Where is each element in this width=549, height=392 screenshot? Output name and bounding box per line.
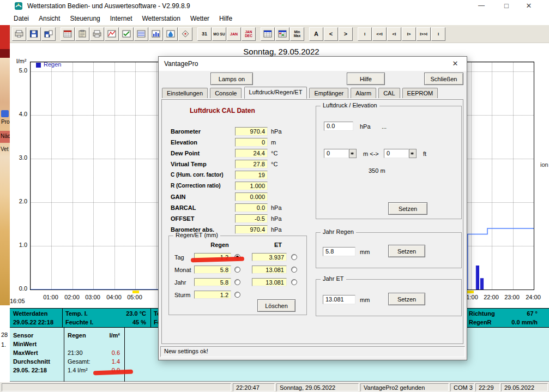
auto-button[interactable]: A bbox=[309, 27, 323, 41]
maximize-button[interactable]: □ bbox=[498, 2, 515, 10]
menu-hilfe[interactable]: Hilfe bbox=[214, 15, 237, 22]
feet-input[interactable]: 0 bbox=[384, 149, 409, 158]
month-view-button[interactable]: JAN bbox=[227, 27, 241, 41]
tab-eeprom[interactable]: EEPROM bbox=[402, 88, 438, 98]
week-view-button[interactable]: MO SU bbox=[212, 27, 226, 41]
elevation-field[interactable]: 0 bbox=[235, 138, 268, 147]
chart-bars-button[interactable] bbox=[149, 27, 163, 41]
dialog-title-bar[interactable]: VantagePro ✕ bbox=[159, 57, 467, 71]
tab-cal[interactable]: CAL bbox=[378, 88, 400, 98]
cal-row-unit: °C bbox=[271, 150, 277, 156]
minimize-button[interactable]: — bbox=[473, 2, 490, 9]
chart-curve-button[interactable] bbox=[105, 27, 119, 41]
year-view-button[interactable]: JAN DEC bbox=[242, 27, 256, 41]
export-button[interactable] bbox=[12, 27, 26, 41]
menu-steuerung[interactable]: Steuerung bbox=[65, 15, 105, 22]
sturm-regen-radio[interactable] bbox=[234, 292, 240, 298]
dialog-schliessen-button[interactable]: Schließen bbox=[424, 73, 463, 85]
nav-first-button[interactable]: I bbox=[358, 27, 372, 41]
status-clock: 22:29 bbox=[475, 383, 500, 391]
correction-ratio-field[interactable]: 1.000 bbox=[235, 182, 268, 190]
tab-luftdruck-regen-et[interactable]: Luftdruck/Regen/ET bbox=[244, 87, 307, 99]
monat-regen-radio[interactable] bbox=[234, 267, 240, 273]
save-report-button[interactable] bbox=[41, 27, 56, 41]
spin-down-icon[interactable] bbox=[351, 153, 354, 156]
menu-internet[interactable]: Internet bbox=[105, 15, 137, 22]
menu-datei[interactable]: Datei bbox=[9, 15, 34, 22]
status-date-long: Sonntag, 29.05.2022 bbox=[276, 383, 359, 391]
jahr-regen-radio[interactable] bbox=[234, 279, 240, 285]
tab-einstellungen[interactable]: Einstellungen bbox=[162, 88, 208, 98]
elevation-setzen-button[interactable]: Setzen bbox=[388, 202, 427, 215]
jahr-regen-input[interactable]: 5.8 bbox=[323, 247, 355, 256]
status-date: 29.05.2022 bbox=[501, 383, 548, 391]
virtual-temp-field[interactable]: 27.8 bbox=[235, 160, 268, 168]
table-colored-button[interactable] bbox=[275, 27, 289, 41]
dialog-help-button[interactable]: Hilfe bbox=[347, 73, 385, 85]
dew-point-field[interactable]: 24.4 bbox=[235, 149, 268, 158]
clipboard-button[interactable] bbox=[75, 27, 89, 41]
x-start-time: 16:05 bbox=[10, 298, 25, 304]
barcal-field[interactable]: 0.0 bbox=[235, 203, 268, 212]
tab-alarm[interactable]: Alarm bbox=[351, 88, 376, 98]
meters-spinner[interactable] bbox=[349, 149, 357, 158]
water-drop-icon bbox=[166, 30, 175, 38]
nav-last-button[interactable]: I bbox=[431, 27, 445, 41]
meters-input[interactable]: 0 bbox=[324, 149, 349, 158]
humidity-button[interactable] bbox=[164, 27, 178, 41]
barometer-abs-field[interactable]: 970.4 bbox=[235, 225, 268, 234]
jahr-regen-setzen-button[interactable]: Setzen bbox=[388, 245, 425, 257]
nav-prev-button[interactable]: <I bbox=[387, 27, 401, 41]
title-bar[interactable]: Wetterstation Bedien- und Auswertesoftwa… bbox=[0, 0, 549, 13]
close-window-button[interactable]: ✕ bbox=[521, 2, 537, 10]
cal-row-unit: m bbox=[271, 139, 276, 146]
monat-et-radio[interactable] bbox=[291, 267, 297, 273]
monat-regen-field[interactable]: 5.8 bbox=[194, 266, 231, 274]
tag-et-radio[interactable] bbox=[291, 254, 297, 260]
day-view-button[interactable]: 31 bbox=[197, 27, 212, 41]
spin-down-icon[interactable] bbox=[411, 153, 414, 156]
loeschen-button[interactable]: Löschen bbox=[257, 299, 295, 312]
minmax-view-button[interactable]: Min Max bbox=[290, 27, 304, 41]
next-button[interactable]: > bbox=[339, 27, 353, 41]
jahr-et-input[interactable]: 13.081 bbox=[323, 295, 355, 304]
nav-next-button[interactable]: I> bbox=[402, 27, 416, 41]
pressure-input[interactable]: 0.0 bbox=[324, 122, 353, 131]
chart-check-button[interactable] bbox=[119, 27, 134, 41]
barometer-field[interactable]: 970.4 bbox=[235, 127, 268, 136]
chart-lines-button[interactable] bbox=[134, 27, 148, 41]
gain-field[interactable]: 0.000 bbox=[235, 192, 268, 201]
sturm-regen-field[interactable]: 1.2 bbox=[194, 291, 231, 299]
taskbar-mini-icon bbox=[1, 110, 9, 117]
calendar-button[interactable] bbox=[61, 27, 75, 41]
offset-field[interactable]: -0.5 bbox=[235, 214, 268, 223]
monat-et-field[interactable]: 13.081 bbox=[252, 266, 287, 274]
nav-fast-next-button[interactable]: I>>I bbox=[417, 27, 431, 41]
jahr-et-radio[interactable] bbox=[291, 279, 297, 285]
table-button[interactable] bbox=[261, 27, 275, 41]
regen-et-group-label: Regen/ET (mm) bbox=[173, 232, 220, 238]
cal-row-label: GAIN bbox=[171, 194, 186, 200]
cal-row-unit: hPa bbox=[271, 204, 282, 211]
compass-button[interactable] bbox=[178, 27, 192, 41]
dialog-tabs: Einstellungen Console Luftdruck/Regen/ET… bbox=[162, 88, 464, 100]
tab-console[interactable]: Console bbox=[210, 88, 242, 98]
print-button[interactable] bbox=[90, 27, 104, 41]
jahr-regen-field[interactable]: 5.8 bbox=[194, 278, 231, 286]
save-button[interactable] bbox=[27, 27, 41, 41]
prev-button[interactable]: < bbox=[324, 27, 338, 41]
feet-spinner[interactable] bbox=[409, 149, 417, 158]
menu-wetter[interactable]: Wetter bbox=[185, 15, 214, 22]
hum-corr-factor-field[interactable]: 19 bbox=[235, 171, 268, 179]
pressure-unit: hPa bbox=[360, 123, 371, 130]
nav-fast-prev-button[interactable]: <<I bbox=[372, 27, 387, 41]
dialog-close-button[interactable]: ✕ bbox=[448, 59, 463, 68]
jahr-et-field[interactable]: 13.081 bbox=[252, 278, 287, 286]
tab-empfaenger[interactable]: Empfänger bbox=[309, 88, 348, 98]
menu-ansicht[interactable]: Ansicht bbox=[34, 15, 65, 22]
sunrise-marker bbox=[132, 291, 139, 293]
tag-et-field[interactable]: 3.937 bbox=[252, 253, 287, 261]
menu-wetterstation[interactable]: Wetterstation bbox=[137, 15, 185, 22]
lamps-on-button[interactable]: Lamps on bbox=[210, 73, 253, 85]
jahr-et-setzen-button[interactable]: Setzen bbox=[388, 293, 425, 305]
